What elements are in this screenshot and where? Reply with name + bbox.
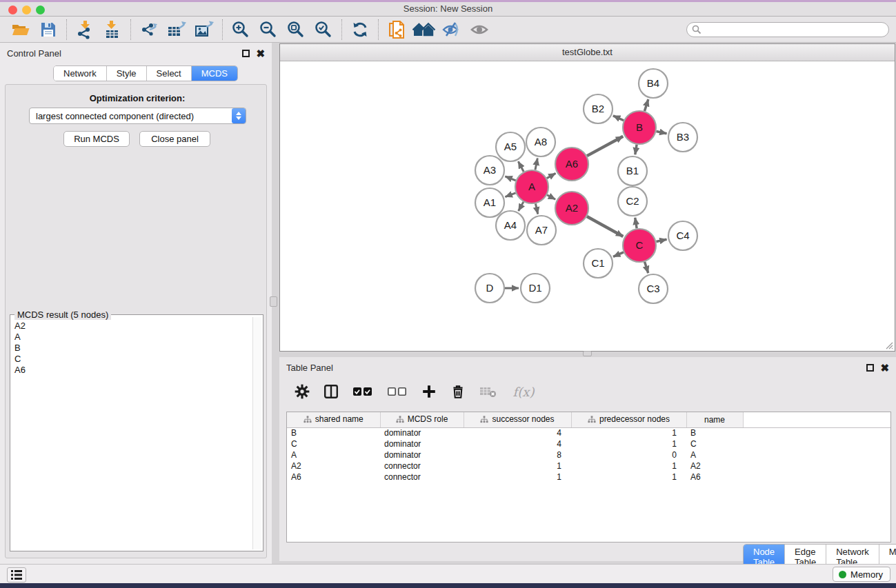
table-cell[interactable]: A6 <box>686 472 743 483</box>
close-window-button[interactable] <box>8 6 17 14</box>
table-cell[interactable]: 1 <box>464 460 571 472</box>
tab-select[interactable]: Select <box>147 66 192 81</box>
zoom-view-button[interactable] <box>316 48 325 57</box>
node-A7[interactable]: A7 <box>527 216 556 245</box>
table-cell[interactable]: C <box>686 438 743 449</box>
search-input[interactable] <box>686 22 889 37</box>
node-B[interactable]: B <box>623 111 656 144</box>
table-row[interactable]: Cdominator41C <box>287 438 891 449</box>
zoom-in-button[interactable] <box>227 19 255 41</box>
node-A[interactable]: A <box>515 170 548 203</box>
table-row[interactable]: A2connector11A2 <box>287 460 891 472</box>
close-panel-icon[interactable]: ✖ <box>256 50 265 57</box>
column-header-MCDS-role[interactable]: MCDS role <box>380 412 464 427</box>
table-cell[interactable]: 1 <box>571 438 686 449</box>
edge-A-A1[interactable] <box>505 193 515 197</box>
copy-network-button[interactable] <box>383 19 410 41</box>
show-all-button[interactable] <box>466 19 493 41</box>
horizontal-splitter-grip[interactable] <box>583 351 592 356</box>
export-network-button[interactable] <box>135 19 163 41</box>
tab-network[interactable]: Network <box>54 66 107 81</box>
tab-style[interactable]: Style <box>107 66 147 81</box>
close-view-button[interactable] <box>290 48 299 57</box>
delete-column-button[interactable] <box>449 383 467 401</box>
edge-C-C3[interactable] <box>645 262 648 273</box>
optimization-criterion-select[interactable]: largest connected component (directed) <box>29 108 246 124</box>
edge-C-C1[interactable] <box>613 252 624 257</box>
column-header-predecessor-nodes[interactable]: predecessor nodes <box>571 412 686 427</box>
table-settings-button[interactable] <box>293 383 311 401</box>
column-header-name[interactable]: name <box>686 412 743 427</box>
table-cell[interactable]: 8 <box>464 449 571 460</box>
node-B1[interactable]: B1 <box>618 156 647 185</box>
edge-A2-C[interactable] <box>587 216 623 236</box>
apply-function-button[interactable]: f(x) <box>510 383 537 401</box>
edge-A-A3[interactable] <box>505 176 515 181</box>
table-cell[interactable]: 4 <box>464 427 571 438</box>
table-cell[interactable]: 1 <box>571 460 686 472</box>
float-panel-icon[interactable] <box>242 50 250 57</box>
table-cell[interactable]: B <box>686 427 743 438</box>
close-table-panel-icon[interactable]: ✖ <box>880 364 889 372</box>
edge-A-A7[interactable] <box>535 203 537 214</box>
edge-C-C2[interactable] <box>635 218 637 229</box>
edge-B-B2[interactable] <box>613 116 624 121</box>
close-panel-button[interactable]: Close panel <box>139 131 210 147</box>
import-table-button[interactable] <box>99 19 126 41</box>
save-session-button[interactable] <box>34 19 62 41</box>
first-neighbors-button[interactable] <box>410 19 438 41</box>
edge-A-A5[interactable] <box>518 161 524 172</box>
mcds-result-item[interactable]: C <box>12 354 252 365</box>
zoom-selected-button[interactable] <box>310 19 337 41</box>
table-split-view-button[interactable] <box>322 383 340 401</box>
node-B4[interactable]: B4 <box>639 69 668 98</box>
table-cell[interactable]: connector <box>380 460 464 472</box>
edge-B-B4[interactable] <box>644 99 648 111</box>
mcds-result-item[interactable]: A6 <box>12 365 252 376</box>
table-cell[interactable]: C <box>287 438 380 449</box>
zoom-out-button[interactable] <box>255 19 282 41</box>
export-image-button[interactable] <box>190 19 218 41</box>
table-cell[interactable]: A <box>287 449 380 460</box>
task-history-button[interactable] <box>7 567 26 582</box>
mcds-result-item[interactable]: B <box>12 343 252 354</box>
column-header-successor-nodes[interactable]: successor nodes <box>464 412 571 427</box>
open-file-button[interactable] <box>7 19 34 41</box>
table-cell[interactable]: 0 <box>571 449 686 460</box>
table-cell[interactable]: 1 <box>571 472 686 483</box>
table-cell[interactable]: 1 <box>571 427 686 438</box>
edge-A-A6[interactable] <box>547 173 556 178</box>
hide-selected-button[interactable] <box>438 19 466 41</box>
node-A1[interactable]: A1 <box>475 188 504 217</box>
mcds-result-item[interactable]: A <box>12 332 252 343</box>
network-canvas[interactable]: B4B2BB3A8A5A6A3B1AA1C2A2A4A7C4CC1C3DD1 <box>280 61 895 351</box>
table-row[interactable]: Bdominator41B <box>287 427 891 438</box>
node-D[interactable]: D <box>475 274 504 303</box>
column-header-shared-name[interactable]: shared name <box>287 412 380 427</box>
deselect-all-columns-button[interactable] <box>386 383 409 401</box>
node-A8[interactable]: A8 <box>526 128 555 156</box>
mcds-result-item[interactable]: A2 <box>12 321 252 332</box>
network-window-titlebar[interactable]: testGlobe.txt <box>280 44 895 61</box>
edge-A-A2[interactable] <box>547 195 555 199</box>
node-C4[interactable]: C4 <box>668 221 697 250</box>
table-cell[interactable]: dominator <box>380 427 464 438</box>
node-B3[interactable]: B3 <box>668 123 697 152</box>
edge-B-B1[interactable] <box>635 145 637 155</box>
node-A2[interactable]: A2 <box>555 192 588 225</box>
add-column-button[interactable] <box>420 383 438 401</box>
mcds-result-scrollbar[interactable] <box>252 317 261 549</box>
node-B2[interactable]: B2 <box>584 94 613 123</box>
edge-A-A8[interactable] <box>535 159 537 170</box>
table-cell[interactable]: A2 <box>287 460 380 472</box>
refresh-button[interactable] <box>346 19 374 41</box>
table-cell[interactable]: dominator <box>380 438 464 449</box>
table-cell[interactable]: B <box>287 427 380 438</box>
memory-button[interactable]: Memory <box>833 567 890 582</box>
zoom-fit-button[interactable] <box>282 19 310 41</box>
node-C1[interactable]: C1 <box>584 249 613 278</box>
table-cell[interactable]: 4 <box>464 438 571 449</box>
edge-B-B3[interactable] <box>656 131 666 133</box>
minimize-window-button[interactable] <box>22 6 31 14</box>
table-row[interactable]: A6connector11A6 <box>287 472 891 483</box>
